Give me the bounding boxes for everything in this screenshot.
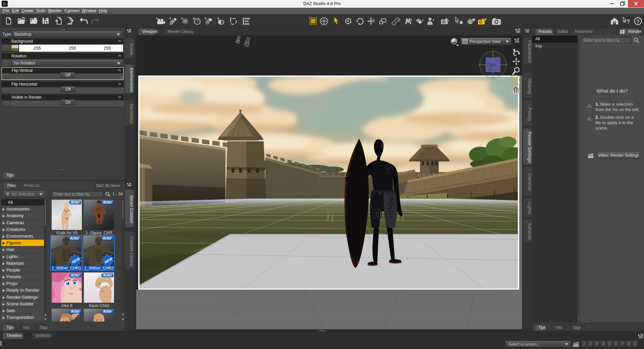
svg-text:Front: Front xyxy=(487,63,497,67)
svg-text:?: ? xyxy=(627,18,630,25)
svg-text:+: + xyxy=(181,17,183,21)
svg-text:?: ? xyxy=(637,18,640,24)
svg-text:+: + xyxy=(156,17,158,21)
svg-text:16 : 9: 16 : 9 xyxy=(142,78,152,82)
svg-text:+: + xyxy=(204,17,207,21)
svg-text:+: + xyxy=(169,17,171,21)
